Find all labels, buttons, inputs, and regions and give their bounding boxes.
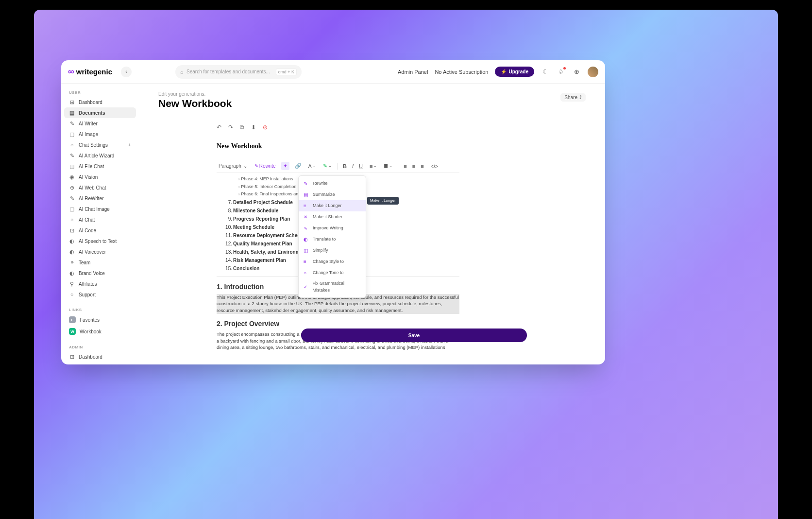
text-color-button[interactable]: A⌄ [307, 162, 318, 170]
sidebar-item-brand-voice[interactable]: ◐Brand Voice [64, 268, 136, 278]
align-center-icon: ≡ [412, 163, 415, 169]
bullet-list-button[interactable]: ≡⌄ [368, 162, 378, 170]
undo-button[interactable]: ↶ [217, 124, 221, 131]
admin-panel-link[interactable]: Admin Panel [398, 69, 428, 75]
sidebar-item-ai-speech-to-text[interactable]: ◐AI Speech to Text [64, 236, 136, 246]
sidebar-item-ai-writer[interactable]: ✎AI Writer [64, 118, 136, 129]
sidebar-item-ai-rewriter[interactable]: ✎AI ReWriter [64, 193, 136, 204]
sidebar-item-ai-image[interactable]: ▢AI Image [64, 129, 136, 139]
ai-menu-icon: ○ [304, 269, 309, 277]
ai-menu-label: Rewrite [313, 180, 328, 187]
sidebar-item-ai-vision[interactable]: ◉AI Vision [64, 172, 136, 182]
share-button[interactable]: Share ⤴ [560, 93, 586, 102]
ai-menu-make-it-longer[interactable]: ≡Make it Longer [299, 200, 366, 211]
sidebar-admin-dashboard[interactable]: ⊞Dashboard [64, 351, 136, 362]
ai-menu-make-it-shorter[interactable]: ✕Make it Shorter [299, 211, 366, 223]
ai-actions-menu: ✎Rewrite▤Summarize≡Make it Longer✕Make i… [298, 175, 366, 298]
ai-menu-improve-writing[interactable]: ∿Improve Writing [299, 223, 366, 234]
copy-button[interactable]: ⧉ [240, 124, 244, 131]
ai-menu-rewrite[interactable]: ✎Rewrite [299, 178, 366, 189]
sidebar-item-label: Documents [79, 110, 105, 116]
sidebar-item-chat-settings[interactable]: ○Chat Settings+ [64, 139, 136, 150]
sidebar-item-ai-chat-image[interactable]: ▢AI Chat Image [64, 204, 136, 214]
sidebar-item-ai-web-chat[interactable]: ⊕AI Web Chat [64, 182, 136, 193]
sidebar-item-documents[interactable]: ▤Documents [64, 107, 136, 118]
sidebar-item-dashboard[interactable]: ⊞Dashboard [64, 97, 136, 107]
bold-button[interactable]: B [341, 162, 348, 170]
sidebar-collapse-button[interactable]: ‹ [121, 67, 132, 77]
upgrade-button[interactable]: ⚡ Upgrade [495, 67, 534, 77]
sidebar-item-ai-voiceover[interactable]: ◐AI Voiceover [64, 246, 136, 257]
brand-logo[interactable]: ∞ writegenic [68, 67, 112, 77]
upgrade-label: Upgrade [508, 69, 528, 74]
save-label: Save [408, 333, 420, 338]
align-center-button[interactable]: ≡ [411, 162, 417, 170]
delete-button[interactable]: ⊘ [263, 124, 268, 131]
sidebar-item-support[interactable]: ○Support [64, 289, 136, 300]
sidebar-item-ai-article-wizard[interactable]: ✎AI Article Wizard [64, 150, 136, 161]
link-badge: W [69, 328, 76, 335]
sidebar-item-label: Dashboard [79, 100, 102, 105]
search-icon: ⌕ [180, 69, 184, 75]
sidebar-link-label: Favorites [80, 317, 100, 323]
ai-menu-translate-to[interactable]: ◐Translate to [299, 234, 366, 245]
topbar-right: Admin Panel No Active Subscription ⚡ Upg… [398, 67, 598, 77]
share-label: Share [564, 95, 577, 100]
separator [398, 163, 398, 170]
text-format-group: B I U [341, 162, 364, 170]
align-left-button[interactable]: ≡ [402, 162, 408, 170]
user-avatar[interactable] [588, 67, 598, 77]
ai-menu-label: Fix Grammatical Mistakes [313, 280, 361, 294]
numbered-list-button[interactable]: ≣⌄ [382, 162, 394, 170]
sidebar: USER ⊞Dashboard▤Documents✎AI Writer▢AI I… [61, 84, 139, 364]
plus-icon[interactable]: + [128, 142, 131, 148]
language-button[interactable]: ⊕ [572, 68, 581, 76]
sidebar-item-icon: ⚭ [69, 260, 75, 265]
sidebar-link-workbook[interactable]: WWorkbook [64, 326, 136, 337]
main-content: Edit your generations. New Workbook Shar… [139, 84, 605, 364]
document-title[interactable]: New Workbook [217, 142, 459, 150]
italic-button[interactable]: I [351, 162, 355, 170]
link-button[interactable]: 🔗 [293, 162, 303, 170]
ai-menu-fix-grammatical-mistakes[interactable]: ✓Fix Grammatical Mistakes [299, 278, 366, 295]
block-style-dropdown[interactable]: Paragraph ⌄ [217, 162, 249, 170]
ai-menu-label: Improve Writing [313, 225, 343, 232]
share-icon: ⤴ [579, 95, 582, 100]
chevron-down-icon: ⌄ [313, 164, 316, 168]
sidebar-link-favorites[interactable]: FFavorites [64, 314, 136, 326]
rewrite-button[interactable]: ✎ Rewrite [253, 162, 277, 170]
sidebar-item-ai-code[interactable]: ⊡AI Code [64, 225, 136, 236]
text-color-icon: A [308, 163, 312, 169]
sidebar-item-label: AI Vision [79, 174, 98, 180]
notifications-button[interactable]: ♤ [557, 68, 565, 76]
moon-icon: ☾ [542, 68, 548, 75]
ai-menu-change-style-to[interactable]: ≡Change Style to [299, 256, 366, 267]
underline-button[interactable]: U [357, 162, 364, 170]
search-input[interactable]: ⌕ Search for templates and documents... … [175, 65, 302, 79]
code-button[interactable]: </> [429, 162, 440, 170]
document-body[interactable]: Phase 4: MEP InstallationsPhase 5: Inter… [217, 175, 459, 351]
ai-menu-simplify[interactable]: ◫Simplify [299, 245, 366, 256]
sidebar-section-admin: ADMIN [64, 343, 136, 351]
sidebar-item-icon: ○ [69, 142, 75, 148]
ai-tooltip: Make it Longer [367, 197, 399, 205]
sidebar-item-ai-file-chat[interactable]: ◫AI File Chat [64, 161, 136, 172]
ai-magic-button[interactable]: ✦ [281, 162, 289, 170]
align-right-button[interactable]: ≡ [419, 162, 425, 170]
sidebar-item-ai-chat[interactable]: ○AI Chat [64, 214, 136, 225]
sidebar-item-affiliates[interactable]: ⚲Affiliates [64, 278, 136, 289]
search-placeholder: Search for templates and documents... [186, 69, 273, 74]
sidebar-section-links: LINKS [64, 306, 136, 314]
theme-toggle[interactable]: ☾ [541, 68, 550, 76]
subscription-status[interactable]: No Active Subscription [435, 69, 488, 75]
download-button[interactable]: ⬇ [251, 124, 256, 131]
save-button[interactable]: Save [301, 329, 527, 342]
page-title: New Workbook [158, 98, 586, 109]
sidebar-item-team[interactable]: ⚭Team [64, 257, 136, 268]
ai-menu-change-tone-to[interactable]: ○Change Tone to [299, 267, 366, 278]
highlight-button[interactable]: ✎⌄ [321, 162, 333, 170]
ai-menu-icon: ▤ [304, 191, 309, 198]
ai-menu-summarize[interactable]: ▤Summarize [299, 189, 366, 200]
bold-icon: B [343, 163, 347, 169]
redo-button[interactable]: ↷ [228, 124, 233, 131]
